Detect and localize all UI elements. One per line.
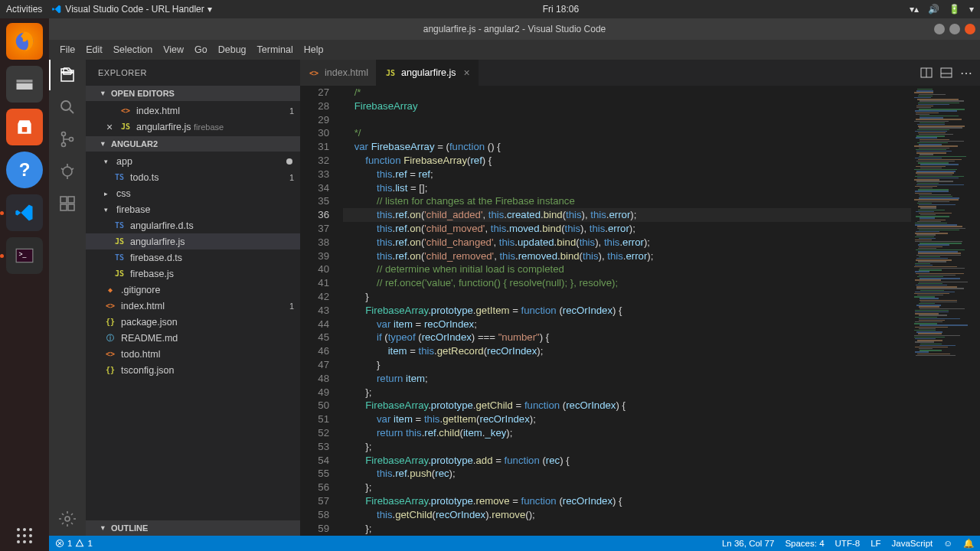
menu-debug[interactable]: Debug	[214, 43, 251, 57]
svg-rect-15	[60, 197, 67, 203]
menu-file[interactable]: File	[55, 43, 80, 57]
software-icon	[15, 117, 34, 137]
html-icon: <>	[308, 69, 320, 77]
code-content[interactable]: /* FirebaseArray */ var FirebaseArray = …	[343, 86, 911, 536]
file-item[interactable]: {}package.json	[86, 314, 300, 330]
file-item[interactable]: JSangularfire.js	[86, 233, 300, 249]
file-item[interactable]: {}tsconfig.json	[86, 362, 300, 378]
close-button[interactable]	[965, 24, 975, 34]
app-indicator[interactable]: Visual Studio Code - URL Handler ▾	[51, 4, 211, 15]
folder-header[interactable]: ANGULAR2	[86, 136, 300, 152]
editor-tabs: <>index.htmlJSangularfire.js× ⋯	[300, 60, 980, 86]
status-problems[interactable]: 1 1	[55, 539, 93, 548]
editor-tab[interactable]: <>index.html	[300, 60, 377, 86]
status-language[interactable]: JavaScript	[892, 539, 933, 548]
close-icon[interactable]: ×	[464, 67, 470, 79]
menu-view[interactable]: View	[158, 43, 188, 57]
file-item[interactable]: TStodo.ts1	[86, 169, 300, 185]
explorer-view-button[interactable]	[58, 66, 77, 84]
folder-item[interactable]: ▾firebase	[86, 201, 300, 217]
scm-view-button[interactable]	[58, 130, 77, 148]
explorer-title: EXPLORER	[86, 60, 300, 86]
close-icon[interactable]: ×	[104, 121, 115, 133]
svg-point-8	[62, 143, 66, 147]
svg-line-6	[70, 109, 74, 113]
launcher-vscode[interactable]	[6, 194, 43, 231]
status-feedback[interactable]: ☺	[943, 539, 952, 548]
file-item[interactable]: JSfirebase.js	[86, 266, 300, 282]
status-bar: 1 1 Ln 36, Col 77 Spaces: 4 UTF-8 LF Jav…	[49, 536, 980, 551]
extensions-icon	[58, 194, 77, 213]
svg-text:>_: >_	[18, 250, 26, 258]
clock[interactable]: Fri 18:06	[543, 4, 579, 15]
show-apps-button[interactable]	[17, 528, 32, 543]
file-item[interactable]: <>index.html1	[86, 298, 300, 314]
activities-button[interactable]: Activities	[6, 4, 42, 15]
menu-go[interactable]: Go	[190, 43, 212, 57]
search-view-button[interactable]	[58, 98, 77, 116]
status-eol[interactable]: LF	[871, 539, 880, 548]
window-title: angularfire.js - angular2 - Visual Studi…	[423, 24, 606, 34]
search-icon	[58, 98, 77, 116]
outline-header[interactable]: OUTLINE	[86, 520, 300, 536]
bug-icon	[58, 162, 77, 181]
status-bell[interactable]: 🔔	[963, 538, 974, 549]
file-item[interactable]: ⓘREADME.md	[86, 330, 300, 346]
svg-rect-16	[60, 204, 67, 210]
launcher-terminal[interactable]: >_	[6, 237, 43, 274]
file-item[interactable]: TSangularfire.d.ts	[86, 217, 300, 233]
svg-rect-2	[17, 83, 33, 90]
js-icon: JS	[113, 237, 126, 246]
split-editor-button[interactable]	[920, 67, 933, 79]
ts-icon: TS	[113, 173, 126, 181]
files-icon	[14, 73, 35, 95]
editor[interactable]: 2728293031323334353637383940414243444546…	[300, 86, 980, 536]
settings-button[interactable]	[58, 510, 77, 528]
launcher-firefox[interactable]	[6, 23, 43, 60]
open-editors-header[interactable]: OPEN EDITORS	[86, 86, 300, 101]
network-icon[interactable]: ▾▴	[910, 4, 919, 15]
file-item[interactable]: ◆.gitignore	[86, 282, 300, 298]
battery-icon[interactable]: 🔋	[949, 4, 960, 15]
folder-item[interactable]: ▸css	[86, 185, 300, 201]
folder-item[interactable]: ▾app	[86, 153, 300, 169]
minimize-button[interactable]	[934, 24, 945, 34]
html-icon: <>	[119, 106, 132, 115]
more-actions-button[interactable]: ⋯	[960, 66, 972, 80]
launcher-files[interactable]	[6, 66, 43, 103]
status-encoding[interactable]: UTF-8	[835, 539, 861, 548]
debug-view-button[interactable]	[58, 162, 77, 181]
menu-selection[interactable]: Selection	[109, 43, 157, 57]
editor-tab[interactable]: JSangularfire.js×	[377, 60, 479, 86]
open-editor-item[interactable]: ×JSangularfire.js firebase	[86, 119, 300, 135]
svg-point-10	[63, 167, 72, 176]
file-item[interactable]: <>todo.html	[86, 346, 300, 362]
file-item[interactable]: TSfirebase.d.ts	[86, 249, 300, 266]
error-icon	[55, 539, 64, 548]
line-gutter: 2728293031323334353637383940414243444546…	[300, 86, 343, 536]
menu-terminal[interactable]: Terminal	[253, 43, 298, 57]
firefox-icon	[13, 30, 36, 53]
open-editor-item[interactable]: <>index.html1	[86, 103, 300, 119]
status-spaces[interactable]: Spaces: 4	[785, 539, 824, 548]
svg-rect-1	[17, 80, 33, 83]
toggle-panel-button[interactable]	[940, 67, 952, 79]
menu-help[interactable]: Help	[299, 43, 328, 57]
minimap[interactable]	[911, 86, 980, 536]
files-icon	[58, 66, 77, 84]
launcher-software[interactable]	[6, 109, 43, 145]
status-cursor[interactable]: Ln 36, Col 77	[722, 539, 774, 548]
explorer-sidebar: EXPLORER OPEN EDITORS <>index.html1×JSan…	[86, 60, 300, 536]
system-menu[interactable]: ▾	[969, 4, 974, 15]
html-icon: <>	[104, 350, 116, 358]
menu-edit[interactable]: Edit	[81, 43, 107, 57]
extensions-view-button[interactable]	[58, 194, 77, 213]
vscode-icon	[14, 202, 35, 223]
maximize-button[interactable]	[949, 24, 960, 34]
svg-rect-22	[941, 68, 952, 77]
js-icon: JS	[119, 122, 132, 131]
launcher-help[interactable]: ?	[6, 152, 43, 188]
gnome-top-bar: Activities Visual Studio Code - URL Hand…	[0, 0, 980, 18]
menubar: FileEditSelectionViewGoDebugTerminalHelp	[49, 40, 980, 60]
sound-icon[interactable]: 🔊	[928, 4, 939, 15]
